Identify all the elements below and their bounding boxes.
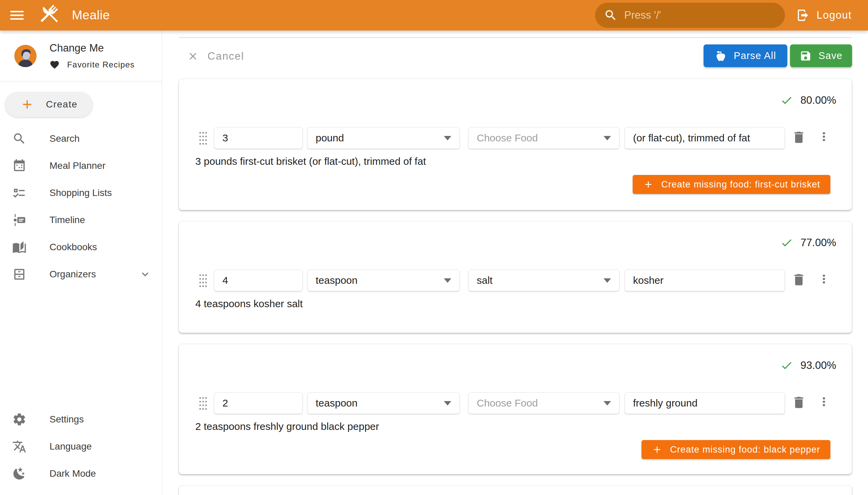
checklist-icon: [12, 186, 27, 200]
confidence-indicator: 93.00%: [780, 359, 836, 372]
unit-select[interactable]: pound: [307, 127, 460, 149]
favorite-recipes-link[interactable]: Favorite Recipes: [50, 60, 135, 70]
more-options-icon[interactable]: [817, 395, 831, 409]
create-missing-food-button[interactable]: Create missing food: first-cut brisket: [633, 175, 830, 194]
cancel-label: Cancel: [207, 50, 244, 62]
drag-handle-icon[interactable]: [199, 131, 207, 146]
unit-select[interactable]: teaspoon: [307, 392, 460, 414]
note-field: [625, 127, 785, 149]
food-placeholder: Choose Food: [477, 397, 538, 409]
book-open-icon: [12, 240, 27, 254]
delete-icon[interactable]: [792, 272, 806, 287]
check-icon: [780, 94, 793, 107]
more-options-icon[interactable]: [817, 130, 831, 143]
original-ingredient-text: 3 pounds first-cut brisket (or flat-cut)…: [195, 156, 426, 167]
food-value: salt: [477, 275, 493, 286]
parse-all-button[interactable]: Parse All: [703, 45, 787, 67]
sidebar-item-label: Timeline: [50, 215, 85, 225]
confidence-value: 77.00%: [801, 237, 836, 249]
dropdown-caret-icon: [603, 401, 611, 406]
translate-icon: [12, 439, 27, 454]
confidence-indicator: 77.00%: [780, 236, 836, 249]
confidence-value: 93.00%: [801, 359, 836, 372]
app-header: Mealie Logout: [0, 0, 868, 31]
quantity-field: [214, 127, 303, 149]
note-input[interactable]: [633, 275, 777, 286]
sidebar-item-timeline[interactable]: Timeline: [0, 206, 162, 234]
quantity-input[interactable]: [222, 397, 294, 409]
dropdown-caret-icon: [603, 278, 611, 283]
app-title: Mealie: [72, 3, 110, 27]
sidebar-bottom-nav: Settings Language Dark Mode: [0, 406, 162, 487]
note-input[interactable]: [633, 132, 777, 144]
save-icon: [800, 50, 812, 62]
sidebar-item-dark-mode[interactable]: Dark Mode: [0, 460, 162, 487]
avatar: [14, 45, 37, 67]
user-panel[interactable]: Change Me Favorite Recipes: [0, 31, 162, 81]
plus-icon: [20, 97, 34, 112]
parse-all-label: Parse All: [734, 50, 776, 62]
quantity-input[interactable]: [222, 132, 294, 144]
dropdown-caret-icon: [444, 401, 451, 406]
sidebar-item-organizers[interactable]: Organizers: [0, 261, 162, 288]
create-missing-food-button[interactable]: Create missing food: black pepper: [642, 440, 830, 459]
food-select[interactable]: salt: [468, 270, 619, 291]
magnify-icon: [12, 132, 27, 146]
create-missing-food-label: Create missing food: first-cut brisket: [661, 180, 820, 190]
sidebar-item-settings[interactable]: Settings: [0, 406, 162, 433]
sidebar-item-label: Organizers: [50, 269, 96, 280]
quantity-field: [214, 392, 303, 414]
delete-icon[interactable]: [792, 130, 806, 145]
sidebar-item-meal-planner[interactable]: Meal Planner: [0, 152, 162, 180]
menu-icon[interactable]: [8, 6, 26, 24]
sidebar-item-cookbooks[interactable]: Cookbooks: [0, 234, 162, 261]
sidebar-divider: [0, 81, 162, 81]
close-icon: [187, 51, 199, 62]
apple-icon: [715, 50, 727, 62]
unit-value: teaspoon: [316, 275, 357, 286]
sidebar-item-label: Search: [50, 133, 80, 144]
save-label: Save: [818, 50, 843, 62]
cancel-button[interactable]: Cancel: [187, 46, 244, 66]
ingredient-card: 80.00% pound Choose Food 3 pounds first-…: [179, 79, 852, 210]
note-field: [625, 270, 785, 291]
sidebar-item-label: Cookbooks: [50, 242, 97, 253]
sidebar-item-language[interactable]: Language: [0, 433, 162, 460]
unit-value: teaspoon: [316, 397, 357, 409]
create-button[interactable]: Create: [5, 92, 92, 117]
logout-button[interactable]: Logout: [796, 0, 852, 31]
check-icon: [780, 236, 793, 249]
drag-handle-icon[interactable]: [199, 396, 207, 411]
app-logo-link[interactable]: Mealie: [38, 3, 110, 27]
note-input[interactable]: [633, 397, 777, 409]
sidebar-item-shopping-lists[interactable]: Shopping Lists: [0, 180, 162, 206]
food-select[interactable]: Choose Food: [468, 127, 619, 149]
food-select[interactable]: Choose Food: [468, 392, 619, 414]
favorite-recipes-label: Favorite Recipes: [67, 60, 135, 69]
confidence-value: 80.00%: [801, 94, 836, 106]
cabinet-icon: [12, 267, 27, 281]
drag-handle-icon[interactable]: [199, 273, 207, 289]
sidebar-item-label: Meal Planner: [50, 160, 105, 171]
delete-icon[interactable]: [792, 395, 806, 410]
sidebar-item-label: Settings: [50, 414, 84, 425]
quantity-input[interactable]: [222, 275, 294, 286]
dropdown-caret-icon: [444, 278, 451, 283]
gear-icon: [12, 412, 27, 427]
logout-label: Logout: [816, 9, 852, 21]
search-input[interactable]: [624, 9, 776, 21]
save-button[interactable]: Save: [790, 45, 852, 67]
timeline-icon: [12, 213, 27, 227]
moon-icon: [12, 466, 27, 481]
plus-icon: [643, 179, 654, 190]
food-placeholder: Choose Food: [477, 132, 538, 144]
more-options-icon[interactable]: [817, 272, 831, 286]
silverware-logo-icon: [38, 4, 61, 27]
create-label: Create: [46, 99, 77, 110]
plus-icon: [652, 444, 663, 455]
sidebar-item-label: Language: [50, 441, 92, 452]
global-search: [595, 3, 785, 28]
unit-select[interactable]: teaspoon: [307, 270, 460, 291]
chevron-down-icon: [139, 268, 152, 281]
sidebar-item-search[interactable]: Search: [0, 125, 162, 152]
